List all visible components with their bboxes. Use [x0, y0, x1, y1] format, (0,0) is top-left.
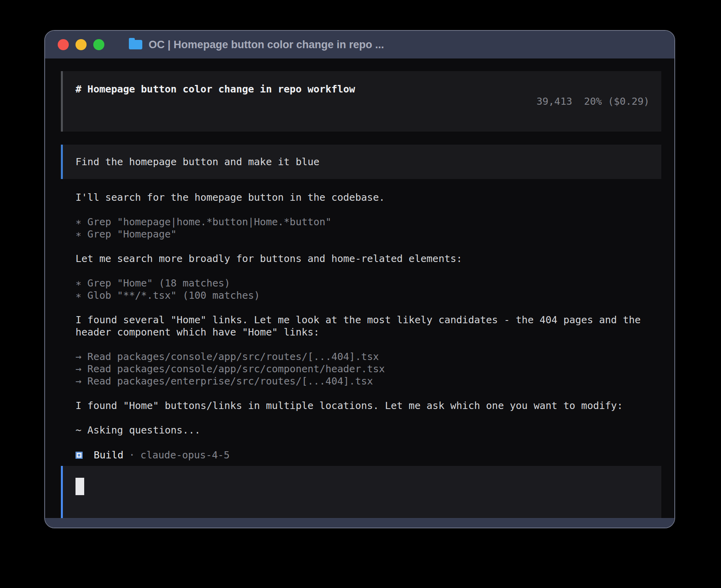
user-message-text: Find the homepage button and make it blu…: [75, 156, 319, 168]
context-percent: 20%: [584, 96, 602, 107]
window-title: OC | Homepage button color change in rep…: [149, 39, 384, 51]
assistant-text: I found "Home" buttons/links in multiple…: [75, 400, 661, 412]
window-titlebar[interactable]: OC | Homepage button color change in rep…: [45, 31, 674, 58]
assistant-text: I'll search for the homepage button in t…: [75, 191, 661, 204]
agent-separator: ·: [129, 449, 135, 461]
terminal-content: # Homepage button color change in repo w…: [45, 58, 674, 528]
traffic-lights: [58, 39, 104, 50]
tool-call-grep: ∗ Grep "homepage|home.*button|Home.*butt…: [75, 216, 661, 228]
token-count: 39,413: [536, 96, 572, 107]
session-stats: 39,41320%($0.29): [489, 83, 649, 120]
agent-name: Build: [94, 449, 123, 461]
assistant-text: I found several "Home" links. Let me loo…: [75, 314, 661, 338]
session-header: # Homepage button color change in repo w…: [61, 71, 661, 132]
build-agent-icon: [75, 452, 83, 459]
terminal-window: OC | Homepage button color change in rep…: [44, 30, 675, 528]
tool-call-read: → Read packages/enterprise/src/routes/[.…: [75, 375, 661, 387]
agent-model: claude-opus-4-5: [140, 449, 230, 461]
tool-call-group: ∗ Grep "Home" (18 matches) ∗ Glob "**/*.…: [75, 277, 661, 302]
folder-icon: [129, 40, 142, 49]
tool-call-group: → Read packages/console/app/src/routes/[…: [75, 351, 661, 387]
tool-call-glob: ∗ Glob "**/*.tsx" (100 matches): [75, 289, 661, 302]
tool-call-grep: ∗ Grep "Home" (18 matches): [75, 277, 661, 289]
assistant-text: Let me search more broadly for buttons a…: [75, 253, 661, 265]
user-message: Find the homepage button and make it blu…: [61, 145, 661, 179]
agent-indicator: Build · claude-opus-4-5: [75, 449, 661, 461]
text-cursor: [75, 478, 84, 495]
tool-call-read: → Read packages/console/app/src/componen…: [75, 363, 661, 375]
session-cost: ($0.29): [608, 96, 649, 107]
maximize-button[interactable]: [93, 39, 104, 50]
window-bottom-edge: [45, 518, 674, 528]
tool-call-grep: ∗ Grep "Homepage": [75, 228, 661, 240]
session-title: # Homepage button color change in repo w…: [75, 83, 355, 95]
minimize-button[interactable]: [75, 39, 87, 50]
working-status: ~ Asking questions...: [75, 424, 661, 436]
tool-call-group: ∗ Grep "homepage|home.*button|Home.*butt…: [75, 216, 661, 240]
close-button[interactable]: [58, 39, 69, 50]
tool-call-read: → Read packages/console/app/src/routes/[…: [75, 351, 661, 363]
